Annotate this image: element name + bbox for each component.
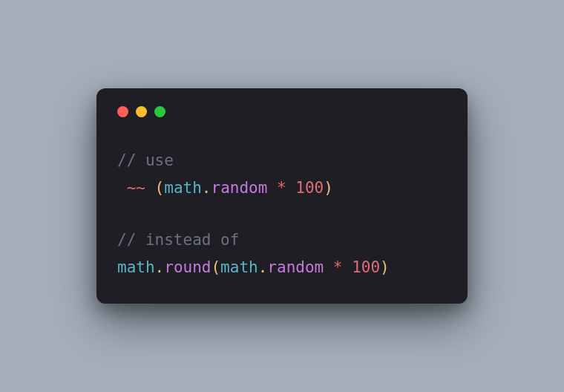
blank-line: [117, 202, 447, 227]
code-comment: // instead of: [117, 231, 239, 249]
code-window: // use ~~ (math.random * 100) // instead…: [96, 88, 468, 304]
maximize-icon[interactable]: [154, 106, 165, 117]
close-icon[interactable]: [117, 106, 128, 117]
traffic-lights: [117, 106, 447, 117]
code-comment: // use: [117, 151, 174, 169]
operator-tilde: ~~: [127, 179, 145, 197]
minimize-icon[interactable]: [136, 106, 147, 117]
code-block: // use ~~ (math.random * 100) // instead…: [117, 147, 447, 281]
code-line: math.round(math.random * 100): [117, 258, 390, 276]
code-line: ~~ (math.random * 100): [117, 179, 333, 197]
